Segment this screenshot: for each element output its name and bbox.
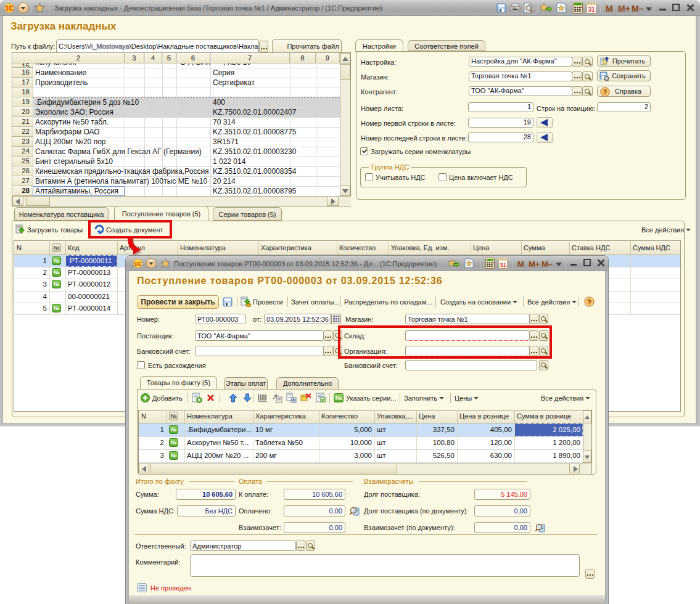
svg-text:?: ?: [603, 89, 607, 96]
svg-text:?: ?: [587, 299, 591, 306]
svg-text:31: 31: [588, 6, 595, 13]
svg-text:1С: 1С: [6, 5, 14, 12]
svg-text:1С: 1С: [134, 261, 142, 267]
svg-text:31: 31: [500, 261, 506, 268]
